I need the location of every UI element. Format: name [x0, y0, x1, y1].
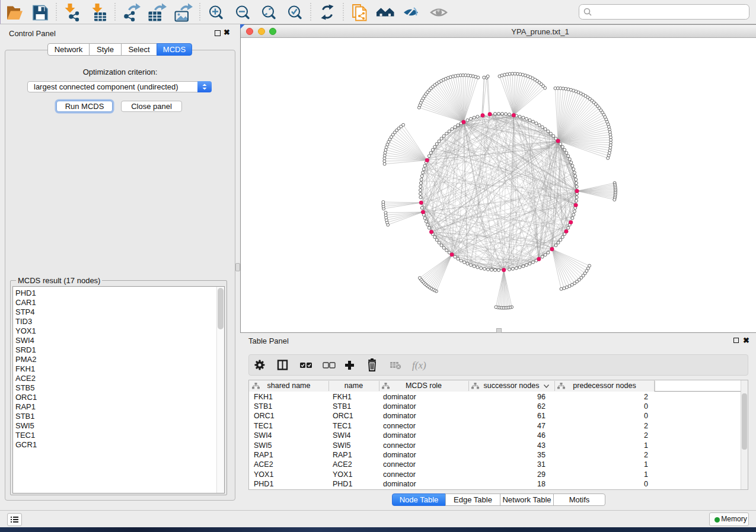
- svg-text:f(x): f(x): [412, 360, 426, 371]
